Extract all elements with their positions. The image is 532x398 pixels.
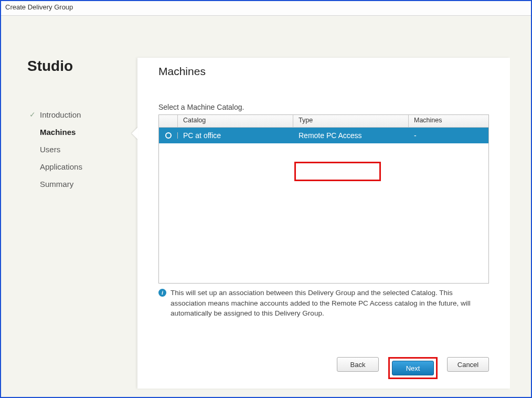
wizard-footer: Back Next Cancel [337, 357, 489, 379]
wizard-sidebar: Studio Introduction Machines Users Appli… [1, 16, 137, 397]
info-block: i This will set up an association betwee… [137, 284, 510, 319]
machine-catalog-table: Catalog Type Machines PC at office Remot… [158, 114, 489, 284]
nav-step-label: Users [40, 145, 60, 154]
table-header: Catalog Type Machines [159, 115, 488, 128]
row-machines-cell: - [409, 131, 488, 140]
info-text: This will set up an association between … [171, 288, 489, 319]
nav-step-users[interactable]: Users [27, 141, 137, 158]
table-row[interactable]: PC at office Remote PC Access - [159, 128, 488, 143]
next-button-highlight: Next [388, 357, 438, 379]
nav-step-label: Summary [40, 180, 73, 188]
nav-step-label: Introduction [40, 110, 81, 119]
page-title: Machines [137, 58, 510, 78]
table-header-type[interactable]: Type [293, 115, 409, 127]
next-button[interactable]: Next [392, 361, 434, 375]
table-header-catalog[interactable]: Catalog [178, 115, 293, 127]
nav-step-label: Applications [40, 162, 82, 171]
window-title: Create Delivery Group [1, 1, 531, 16]
table-header-select [159, 115, 178, 127]
row-catalog-cell: PC at office [178, 131, 293, 140]
radio-icon[interactable] [165, 132, 172, 139]
main-panel: Machines Select a Machine Catalog. Catal… [137, 58, 510, 389]
table-header-machines[interactable]: Machines [409, 115, 488, 127]
row-type-cell: Remote PC Access [293, 131, 409, 140]
content-area: Studio Introduction Machines Users Appli… [1, 16, 531, 397]
brand-title: Studio [27, 58, 137, 75]
cancel-button[interactable]: Cancel [447, 357, 489, 372]
info-icon: i [158, 289, 166, 297]
nav-step-label: Machines [40, 128, 76, 137]
nav-step-machines[interactable]: Machines [27, 123, 137, 141]
instruction-text: Select a Machine Catalog. [137, 78, 510, 114]
nav-step-summary[interactable]: Summary [27, 175, 137, 193]
row-radio-cell[interactable] [159, 132, 178, 139]
nav-step-applications[interactable]: Applications [27, 158, 137, 175]
back-button[interactable]: Back [337, 357, 379, 372]
nav-step-introduction[interactable]: Introduction [27, 106, 137, 123]
active-step-indicator-icon [132, 127, 138, 140]
